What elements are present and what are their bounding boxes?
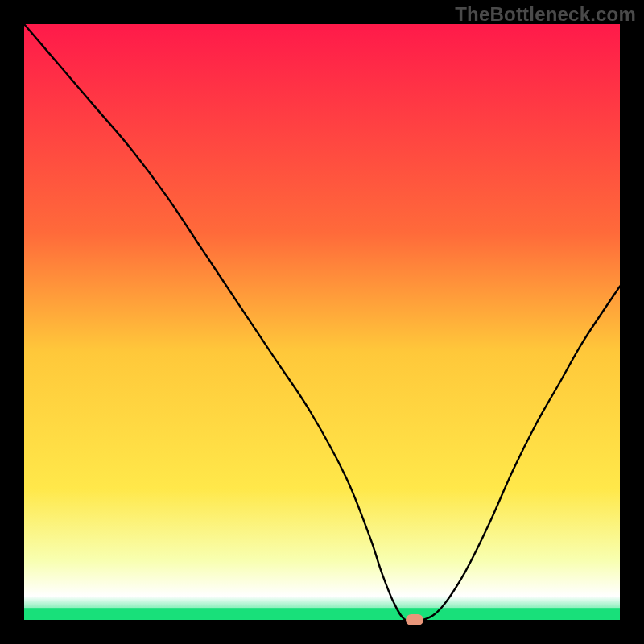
plot-svg <box>24 24 620 620</box>
gradient-background <box>24 24 620 620</box>
chart-frame: TheBottleneck.com <box>0 0 644 644</box>
bottleneck-plot <box>24 24 620 620</box>
optimal-marker <box>406 614 423 625</box>
watermark-text: TheBottleneck.com <box>455 3 636 26</box>
green-band <box>24 608 620 620</box>
